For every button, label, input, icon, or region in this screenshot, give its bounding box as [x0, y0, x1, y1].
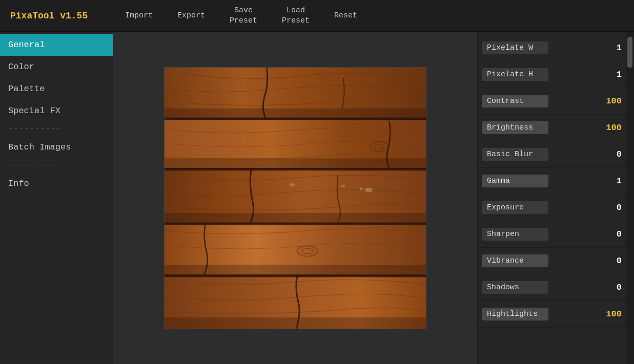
- param-label-highlights: Hightlights: [482, 308, 548, 320]
- param-label-basic-blur: Basic Blur: [482, 148, 548, 161]
- svg-rect-19: [165, 212, 426, 223]
- svg-rect-18: [165, 158, 426, 168]
- param-row-exposure[interactable]: Exposure0: [478, 195, 626, 221]
- svg-point-11: [341, 185, 345, 187]
- param-label-exposure: Exposure: [482, 201, 548, 214]
- param-row-sharpen[interactable]: Sharpen0: [478, 221, 626, 248]
- param-value-pixelate-h: 1: [601, 70, 622, 79]
- param-label-shadows: Shadows: [482, 281, 548, 294]
- param-value-highlights: 100: [601, 309, 622, 319]
- param-label-vibrance: Vibrance: [482, 254, 548, 267]
- param-row-vibrance[interactable]: Vibrance0: [478, 248, 626, 274]
- right-panel: Pixelate W1Pixelate H1Contrast100Brightn…: [477, 32, 626, 364]
- image-canvas[interactable]: [164, 67, 426, 329]
- param-row-pixelate-w[interactable]: Pixelate W1: [478, 35, 626, 61]
- top-bar: PixaTool v1.55 Import Export SavePreset …: [0, 0, 634, 32]
- sidebar-item-batch-images[interactable]: Batch Images: [0, 136, 113, 158]
- sidebar-item-special-fx[interactable]: Special FX: [0, 100, 113, 122]
- scrollbar[interactable]: [626, 32, 634, 364]
- sidebar: General Color Palette Special FX -------…: [0, 32, 113, 364]
- param-row-gamma[interactable]: Gamma1: [478, 168, 626, 195]
- param-value-pixelate-w: 1: [601, 43, 622, 53]
- param-value-basic-blur: 0: [601, 149, 622, 159]
- param-row-shadows[interactable]: Shadows0: [478, 274, 626, 301]
- param-value-contrast: 100: [601, 96, 622, 106]
- canvas-area: [113, 32, 477, 364]
- reset-button[interactable]: Reset: [322, 0, 370, 31]
- param-value-gamma: 1: [601, 176, 622, 186]
- param-value-brightness: 100: [601, 123, 622, 133]
- sidebar-separator-1: ----------: [0, 122, 113, 136]
- param-label-gamma: Gamma: [482, 175, 548, 187]
- param-label-contrast: Contrast: [482, 95, 548, 108]
- main-layout: General Color Palette Special FX -------…: [0, 32, 634, 364]
- save-preset-button[interactable]: SavePreset: [217, 0, 270, 31]
- param-label-brightness: Brightness: [482, 121, 548, 134]
- export-button[interactable]: Export: [165, 0, 217, 31]
- param-value-vibrance: 0: [601, 256, 622, 266]
- sidebar-separator-2: ----------: [0, 158, 113, 173]
- svg-rect-21: [165, 317, 426, 329]
- param-row-contrast[interactable]: Contrast100: [478, 88, 626, 115]
- import-button[interactable]: Import: [113, 0, 165, 31]
- sidebar-item-color[interactable]: Color: [0, 56, 113, 78]
- param-label-pixelate-h: Pixelate H: [482, 68, 548, 81]
- sidebar-item-general[interactable]: General: [0, 34, 113, 56]
- param-row-highlights[interactable]: Hightlights100: [478, 301, 626, 328]
- param-row-pixelate-h[interactable]: Pixelate H1: [478, 61, 626, 88]
- param-row-basic-blur[interactable]: Basic Blur0: [478, 141, 626, 168]
- load-preset-button[interactable]: LoadPreset: [270, 0, 322, 31]
- sidebar-item-palette[interactable]: Palette: [0, 78, 113, 100]
- param-value-shadows: 0: [601, 283, 622, 292]
- param-label-sharpen: Sharpen: [482, 228, 548, 241]
- param-value-sharpen: 0: [601, 229, 622, 239]
- svg-point-12: [290, 183, 295, 186]
- scrollbar-thumb[interactable]: [627, 37, 632, 68]
- svg-point-9: [364, 188, 373, 192]
- param-value-exposure: 0: [601, 203, 622, 212]
- svg-point-10: [359, 188, 362, 190]
- svg-rect-20: [165, 265, 426, 275]
- param-row-brightness[interactable]: Brightness100: [478, 115, 626, 141]
- sidebar-item-info[interactable]: Info: [0, 173, 113, 195]
- param-label-pixelate-w: Pixelate W: [482, 41, 548, 54]
- svg-rect-17: [165, 108, 426, 118]
- app-title: PixaTool v1.55: [0, 0, 113, 31]
